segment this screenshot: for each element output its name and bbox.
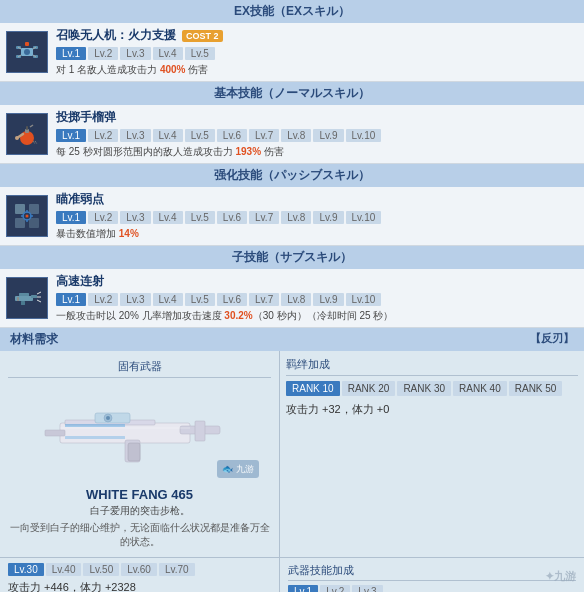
passive-lv7-btn[interactable]: Lv.7: [249, 211, 279, 224]
normal-lv5-btn[interactable]: Lv.5: [185, 129, 215, 142]
normal-skill-row: 投掷手榴弹 Lv.1 Lv.2 Lv.3 Lv.4 Lv.5 Lv.6 Lv.7…: [0, 105, 584, 164]
normal-lv6-btn[interactable]: Lv.6: [217, 129, 247, 142]
sub-lv6-btn[interactable]: Lv.6: [217, 293, 247, 306]
weapon-skill-levels: Lv.1 Lv.2 Lv.3: [288, 585, 576, 592]
normal-lv9-btn[interactable]: Lv.9: [313, 129, 343, 142]
passive-lv6-btn[interactable]: Lv.6: [217, 211, 247, 224]
passive-skill-level-bar: Lv.1 Lv.2 Lv.3 Lv.4 Lv.5 Lv.6 Lv.7 Lv.8 …: [56, 211, 578, 224]
passive-skill-highlight: 14%: [119, 228, 139, 239]
revert-label: 【反刃】: [530, 331, 574, 348]
sub-lv2-btn[interactable]: Lv.2: [88, 293, 118, 306]
sub-lv5-btn[interactable]: Lv.5: [185, 293, 215, 306]
watermark-text: 🐟 九游: [222, 464, 254, 474]
weapon-lore: 一向受到白子的细心维护，无论面临什么状况都是准备万全的状态。: [8, 521, 271, 549]
svg-rect-21: [15, 218, 25, 228]
svg-rect-13: [26, 126, 28, 130]
bonus-title: 羁绊加成: [286, 357, 578, 376]
lv2-btn[interactable]: Lv.2: [88, 47, 118, 60]
weapon-svg: [40, 388, 240, 478]
rank50-btn[interactable]: RANK 50: [509, 381, 563, 396]
lv1-btn[interactable]: Lv.1: [56, 47, 86, 60]
lv3-btn[interactable]: Lv.3: [120, 47, 150, 60]
ex-skill-header: EX技能（EXスキル）: [0, 0, 584, 23]
level-left: Lv.30 Lv.40 Lv.50 Lv.60 Lv.70 攻击力 +446，体…: [0, 558, 280, 592]
level-stats: 攻击力 +446，体力 +2328: [8, 580, 271, 592]
lv60-btn[interactable]: Lv.60: [121, 563, 157, 576]
weapon-lv1-btn[interactable]: Lv.1: [288, 585, 318, 592]
weapon-subdesc: 白子爱用的突击步枪。: [8, 504, 271, 518]
level-btns: Lv.30 Lv.40 Lv.50 Lv.60 Lv.70: [8, 563, 271, 576]
passive-lv9-btn[interactable]: Lv.9: [313, 211, 343, 224]
ex-skill-level-bar: Lv.1 Lv.2 Lv.3 Lv.4 Lv.5: [56, 47, 578, 60]
ex-skill-section: EX技能（EXスキル） 召唤无人机：火力支援 COST 2: [0, 0, 584, 82]
svg-rect-30: [31, 295, 37, 298]
svg-rect-31: [19, 293, 29, 296]
svg-rect-19: [15, 204, 25, 214]
weapon-name: WHITE FANG 465: [8, 487, 271, 502]
passive-lv8-btn[interactable]: Lv.8: [281, 211, 311, 224]
lv5-btn[interactable]: Lv.5: [185, 47, 215, 60]
sub-skill-content: 高速连射 Lv.1 Lv.2 Lv.3 Lv.4 Lv.5 Lv.6 Lv.7 …: [48, 273, 578, 323]
rank30-btn[interactable]: RANK 30: [397, 381, 451, 396]
lv70-btn[interactable]: Lv.70: [159, 563, 195, 576]
normal-lv2-btn[interactable]: Lv.2: [88, 129, 118, 142]
passive-lv2-btn[interactable]: Lv.2: [88, 211, 118, 224]
passive-skill-row: 瞄准弱点 Lv.1 Lv.2 Lv.3 Lv.4 Lv.5 Lv.6 Lv.7 …: [0, 187, 584, 246]
watermark-overlay: 🐟 九游: [217, 460, 259, 478]
weapon-panel-title: 固有武器: [8, 359, 271, 378]
svg-point-46: [106, 416, 110, 420]
lv50-btn[interactable]: Lv.50: [83, 563, 119, 576]
sub-lv3-btn[interactable]: Lv.3: [120, 293, 150, 306]
normal-skill-name-row: 投掷手榴弹: [56, 109, 578, 126]
rank20-btn[interactable]: RANK 20: [342, 381, 396, 396]
rank-buttons: RANK 10 RANK 20 RANK 30 RANK 40 RANK 50: [286, 381, 578, 396]
materials-title: 材料需求: [10, 331, 58, 348]
svg-rect-22: [29, 218, 39, 228]
normal-lv3-btn[interactable]: Lv.3: [120, 129, 150, 142]
sub-skill-highlight: 30.2%: [224, 310, 252, 321]
sub-skill-name: 高速连射: [56, 273, 104, 290]
sub-lv1-btn[interactable]: Lv.1: [56, 293, 86, 306]
passive-skill-content: 瞄准弱点 Lv.1 Lv.2 Lv.3 Lv.4 Lv.5 Lv.6 Lv.7 …: [48, 191, 578, 241]
sub-lv9-btn[interactable]: Lv.9: [313, 293, 343, 306]
passive-lv1-btn[interactable]: Lv.1: [56, 211, 86, 224]
weapon-panel: 固有武器: [0, 351, 280, 557]
ex-skill-row: 召唤无人机：火力支援 COST 2 Lv.1 Lv.2 Lv.3 Lv.4 Lv…: [0, 23, 584, 82]
passive-skill-header: 强化技能（パッシブスキル）: [0, 164, 584, 187]
lv40-btn[interactable]: Lv.40: [46, 563, 82, 576]
svg-rect-40: [45, 430, 65, 436]
normal-skill-name: 投掷手榴弹: [56, 109, 116, 126]
grenade-skill-icon: [6, 113, 48, 155]
normal-lv10-btn[interactable]: Lv.10: [346, 129, 382, 142]
sub-lv8-btn[interactable]: Lv.8: [281, 293, 311, 306]
svg-rect-33: [17, 297, 19, 301]
normal-lv8-btn[interactable]: Lv.8: [281, 129, 311, 142]
corner-watermark: ✦九游: [545, 569, 576, 584]
weapon-lv2-btn[interactable]: Lv.2: [320, 585, 350, 592]
sub-lv4-btn[interactable]: Lv.4: [153, 293, 183, 306]
passive-lv10-btn[interactable]: Lv.10: [346, 211, 382, 224]
sub-lv10-btn[interactable]: Lv.10: [346, 293, 382, 306]
rank40-btn[interactable]: RANK 40: [453, 381, 507, 396]
sub-lv7-btn[interactable]: Lv.7: [249, 293, 279, 306]
passive-lv4-btn[interactable]: Lv.4: [153, 211, 183, 224]
normal-lv4-btn[interactable]: Lv.4: [153, 129, 183, 142]
bonus-stats: 攻击力 +32，体力 +0: [286, 402, 578, 417]
weapon-lv3-btn[interactable]: Lv.3: [352, 585, 382, 592]
normal-skill-section: 基本技能（ノーマルスキル） 投掷手榴弹 Lv.1 Lv.2: [0, 82, 584, 164]
sub-skill-name-row: 高速连射: [56, 273, 578, 290]
aim-skill-icon: [6, 195, 48, 237]
sub-skill-row: 高速连射 Lv.1 Lv.2 Lv.3 Lv.4 Lv.5 Lv.6 Lv.7 …: [0, 269, 584, 328]
materials-section: 材料需求 【反刃】 固有武器: [0, 328, 584, 592]
rank10-btn[interactable]: RANK 10: [286, 381, 340, 396]
ex-skill-name: 召唤无人机：火力支援: [56, 27, 176, 44]
lv4-btn[interactable]: Lv.4: [153, 47, 183, 60]
sub-skill-desc: 一般攻击时以 20% 几率增加攻击速度 30.2%（30 秒内）（冷却时间 25…: [56, 309, 578, 323]
passive-lv5-btn[interactable]: Lv.5: [185, 211, 215, 224]
normal-lv1-btn[interactable]: Lv.1: [56, 129, 86, 142]
passive-lv3-btn[interactable]: Lv.3: [120, 211, 150, 224]
normal-skill-highlight: 193%: [235, 146, 261, 157]
normal-lv7-btn[interactable]: Lv.7: [249, 129, 279, 142]
lv30-btn[interactable]: Lv.30: [8, 563, 44, 576]
normal-skill-level-bar: Lv.1 Lv.2 Lv.3 Lv.4 Lv.5 Lv.6 Lv.7 Lv.8 …: [56, 129, 578, 142]
